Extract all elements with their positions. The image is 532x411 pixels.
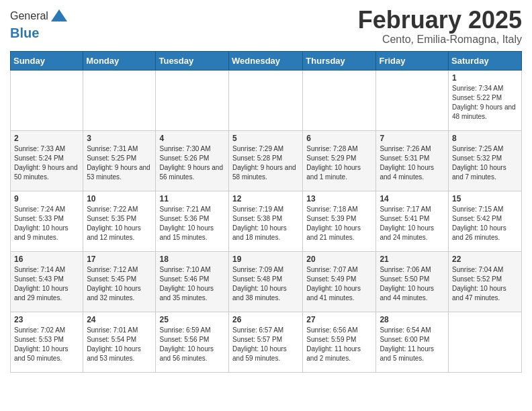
week-row-1: 1Sunrise: 7:34 AM Sunset: 5:22 PM Daylig… [11,70,522,130]
week-row-2: 2Sunrise: 7:33 AM Sunset: 5:24 PM Daylig… [11,130,522,191]
calendar-cell: 10Sunrise: 7:22 AM Sunset: 5:35 PM Dayli… [83,191,156,251]
calendar-cell: 14Sunrise: 7:17 AM Sunset: 5:41 PM Dayli… [376,191,449,251]
day-info: Sunrise: 7:04 AM Sunset: 5:52 PM Dayligh… [452,265,518,303]
day-number: 6 [306,134,372,143]
calendar-cell: 20Sunrise: 7:07 AM Sunset: 5:49 PM Dayli… [303,251,376,312]
calendar-cell [83,70,156,130]
location: Cento, Emilia-Romagna, Italy [358,34,522,46]
calendar-cell: 18Sunrise: 7:10 AM Sunset: 5:46 PM Dayli… [156,251,229,312]
calendar-cell: 21Sunrise: 7:06 AM Sunset: 5:50 PM Dayli… [376,251,449,312]
weekday-header-wednesday: Wednesday [229,51,303,70]
day-info: Sunrise: 7:33 AM Sunset: 5:24 PM Dayligh… [14,144,79,182]
day-number: 28 [380,315,445,324]
day-number: 2 [14,134,79,143]
calendar-cell: 19Sunrise: 7:09 AM Sunset: 5:48 PM Dayli… [229,251,303,312]
calendar-cell: 2Sunrise: 7:33 AM Sunset: 5:24 PM Daylig… [11,130,83,191]
day-info: Sunrise: 7:12 AM Sunset: 5:45 PM Dayligh… [87,265,152,303]
calendar-cell: 28Sunrise: 6:54 AM Sunset: 6:00 PM Dayli… [376,312,449,372]
day-number: 18 [159,255,225,264]
day-info: Sunrise: 7:09 AM Sunset: 5:48 PM Dayligh… [232,265,299,303]
week-row-4: 16Sunrise: 7:14 AM Sunset: 5:43 PM Dayli… [11,251,522,312]
week-row-5: 23Sunrise: 7:02 AM Sunset: 5:53 PM Dayli… [11,312,522,372]
day-info: Sunrise: 7:01 AM Sunset: 5:54 PM Dayligh… [87,326,152,363]
day-number: 3 [87,134,152,143]
calendar-cell: 1Sunrise: 7:34 AM Sunset: 5:22 PM Daylig… [449,70,522,130]
day-info: Sunrise: 6:59 AM Sunset: 5:56 PM Dayligh… [159,326,225,363]
svg-marker-0 [51,9,67,21]
day-info: Sunrise: 7:10 AM Sunset: 5:46 PM Dayligh… [159,265,225,303]
day-info: Sunrise: 7:07 AM Sunset: 5:49 PM Dayligh… [306,265,372,303]
day-number: 17 [87,255,152,264]
day-number: 25 [159,315,225,324]
day-info: Sunrise: 7:06 AM Sunset: 5:50 PM Dayligh… [380,265,445,303]
calendar-cell: 11Sunrise: 7:21 AM Sunset: 5:36 PM Dayli… [156,191,229,251]
day-number: 10 [87,194,152,203]
logo: General Blue [10,7,69,41]
calendar-cell: 27Sunrise: 6:56 AM Sunset: 5:59 PM Dayli… [303,312,376,372]
day-info: Sunrise: 7:29 AM Sunset: 5:28 PM Dayligh… [232,144,299,182]
calendar-cell: 17Sunrise: 7:12 AM Sunset: 5:45 PM Dayli… [83,251,156,312]
day-number: 7 [380,134,445,143]
calendar-cell: 23Sunrise: 7:02 AM Sunset: 5:53 PM Dayli… [11,312,83,372]
day-number: 11 [159,194,225,203]
day-number: 26 [232,315,299,324]
calendar-cell [229,70,303,130]
day-info: Sunrise: 7:26 AM Sunset: 5:31 PM Dayligh… [380,144,445,182]
day-number: 8 [452,134,518,143]
calendar-cell: 26Sunrise: 6:57 AM Sunset: 5:57 PM Dayli… [229,312,303,372]
day-number: 21 [380,255,445,264]
weekday-header-tuesday: Tuesday [156,51,229,70]
calendar-page: General Blue February 2025 Cento, Emilia… [0,0,532,379]
logo-general-text: General [10,10,48,22]
day-info: Sunrise: 7:02 AM Sunset: 5:53 PM Dayligh… [14,326,79,363]
day-number: 13 [306,194,372,203]
week-row-3: 9Sunrise: 7:24 AM Sunset: 5:33 PM Daylig… [11,191,522,251]
calendar-cell: 22Sunrise: 7:04 AM Sunset: 5:52 PM Dayli… [449,251,522,312]
calendar-cell [376,70,449,130]
calendar-cell: 6Sunrise: 7:28 AM Sunset: 5:29 PM Daylig… [303,130,376,191]
calendar-cell [156,70,229,130]
calendar-cell: 8Sunrise: 7:25 AM Sunset: 5:32 PM Daylig… [449,130,522,191]
calendar-cell [11,70,83,130]
day-info: Sunrise: 6:57 AM Sunset: 5:57 PM Dayligh… [232,326,299,363]
day-info: Sunrise: 7:25 AM Sunset: 5:32 PM Dayligh… [452,144,518,182]
calendar-cell: 15Sunrise: 7:15 AM Sunset: 5:42 PM Dayli… [449,191,522,251]
calendar-cell: 9Sunrise: 7:24 AM Sunset: 5:33 PM Daylig… [11,191,83,251]
logo-icon [50,7,69,26]
day-info: Sunrise: 7:28 AM Sunset: 5:29 PM Dayligh… [306,144,372,182]
weekday-header-thursday: Thursday [303,51,376,70]
day-number: 16 [14,255,79,264]
day-number: 5 [232,134,299,143]
day-info: Sunrise: 7:19 AM Sunset: 5:38 PM Dayligh… [232,205,299,242]
calendar-cell: 24Sunrise: 7:01 AM Sunset: 5:54 PM Dayli… [83,312,156,372]
calendar-cell: 3Sunrise: 7:31 AM Sunset: 5:25 PM Daylig… [83,130,156,191]
day-number: 19 [232,255,299,264]
day-info: Sunrise: 7:34 AM Sunset: 5:22 PM Dayligh… [452,84,518,122]
header: General Blue February 2025 Cento, Emilia… [10,7,522,46]
day-number: 14 [380,194,445,203]
day-info: Sunrise: 6:56 AM Sunset: 5:59 PM Dayligh… [306,326,372,363]
calendar-cell: 16Sunrise: 7:14 AM Sunset: 5:43 PM Dayli… [11,251,83,312]
weekday-header-row: SundayMondayTuesdayWednesdayThursdayFrid… [11,51,522,70]
calendar-cell: 13Sunrise: 7:18 AM Sunset: 5:39 PM Dayli… [303,191,376,251]
weekday-header-sunday: Sunday [11,51,83,70]
calendar-cell: 7Sunrise: 7:26 AM Sunset: 5:31 PM Daylig… [376,130,449,191]
day-info: Sunrise: 7:22 AM Sunset: 5:35 PM Dayligh… [87,205,152,242]
day-info: Sunrise: 7:31 AM Sunset: 5:25 PM Dayligh… [87,144,152,182]
day-number: 9 [14,194,79,203]
day-number: 22 [452,255,518,264]
calendar-cell: 12Sunrise: 7:19 AM Sunset: 5:38 PM Dayli… [229,191,303,251]
weekday-header-monday: Monday [83,51,156,70]
day-number: 20 [306,255,372,264]
day-number: 4 [159,134,225,143]
day-number: 24 [87,315,152,324]
calendar-cell [303,70,376,130]
day-info: Sunrise: 7:17 AM Sunset: 5:41 PM Dayligh… [380,205,445,242]
day-info: Sunrise: 7:15 AM Sunset: 5:42 PM Dayligh… [452,205,518,242]
day-number: 23 [14,315,79,324]
day-info: Sunrise: 7:24 AM Sunset: 5:33 PM Dayligh… [14,205,79,242]
day-number: 12 [232,194,299,203]
day-info: Sunrise: 7:30 AM Sunset: 5:26 PM Dayligh… [159,144,225,182]
title-area: February 2025 Cento, Emilia-Romagna, Ita… [358,7,522,46]
day-info: Sunrise: 6:54 AM Sunset: 6:00 PM Dayligh… [380,326,445,363]
